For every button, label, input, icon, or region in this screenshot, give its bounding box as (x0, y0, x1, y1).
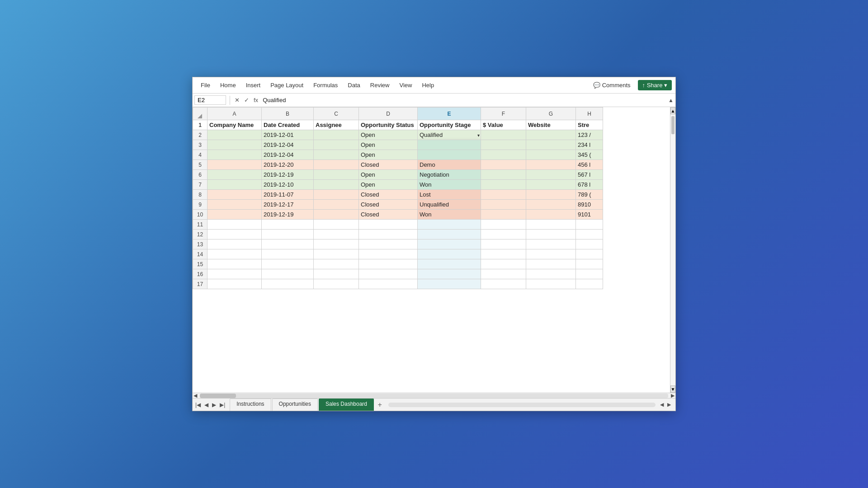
cell-3-2[interactable] (314, 140, 359, 150)
cell-14-4[interactable] (418, 249, 481, 259)
cell-4-4[interactable] (418, 150, 481, 160)
cell-4-7[interactable]: 345 ( (576, 150, 603, 160)
tab-nav-prev[interactable]: ◀ (203, 402, 209, 408)
cell-7-5[interactable] (481, 180, 526, 190)
cell-1-3[interactable]: Opportunity Status (359, 120, 418, 130)
cell-16-7[interactable] (576, 269, 603, 279)
cell-1-0[interactable]: Company Name (208, 120, 262, 130)
scrollbar-track[interactable] (670, 114, 675, 385)
menu-data[interactable]: Data (343, 80, 364, 90)
col-header-c[interactable]: C (314, 108, 359, 120)
cell-8-4[interactable]: Lost (418, 190, 481, 200)
cell-2-0[interactable] (208, 130, 262, 140)
cell-15-4[interactable] (418, 259, 481, 269)
cell-16-6[interactable] (526, 269, 576, 279)
cell-6-5[interactable] (481, 170, 526, 180)
cell-6-1[interactable]: 2019-12-19 (262, 170, 314, 180)
cell-13-5[interactable] (481, 239, 526, 249)
cell-17-2[interactable] (314, 279, 359, 289)
menu-file[interactable]: File (196, 80, 215, 90)
cell-8-6[interactable] (526, 190, 576, 200)
cell-14-1[interactable] (262, 249, 314, 259)
cell-3-3[interactable]: Open (359, 140, 418, 150)
bottom-nav-right[interactable]: ▶ (666, 401, 672, 408)
col-header-g[interactable]: G (526, 108, 576, 120)
cell-11-2[interactable] (314, 220, 359, 230)
cell-5-1[interactable]: 2019-12-20 (262, 160, 314, 170)
cell-6-2[interactable] (314, 170, 359, 180)
cell-13-1[interactable] (262, 239, 314, 249)
cell-10-3[interactable]: Closed (359, 210, 418, 220)
formula-input[interactable]: Qualified (261, 96, 666, 104)
cell-9-3[interactable]: Closed (359, 200, 418, 210)
cell-17-1[interactable] (262, 279, 314, 289)
cell-1-1[interactable]: Date Created (262, 120, 314, 130)
menu-help[interactable]: Help (417, 80, 439, 90)
cell-11-7[interactable] (576, 220, 603, 230)
cell-2-4[interactable]: Qualified▾QualifiedFollow-UpDemoNegotiat… (418, 130, 481, 140)
cell-15-0[interactable] (208, 259, 262, 269)
cell-10-1[interactable]: 2019-12-19 (262, 210, 314, 220)
cell-reference-input[interactable] (194, 95, 226, 105)
cell-16-3[interactable] (359, 269, 418, 279)
cell-11-3[interactable] (359, 220, 418, 230)
cell-9-4[interactable]: Unqualified (418, 200, 481, 210)
confirm-formula-icon[interactable]: ✓ (243, 96, 250, 104)
cell-3-4[interactable] (418, 140, 481, 150)
cell-11-4[interactable] (418, 220, 481, 230)
tab-scrollbar-track[interactable] (388, 403, 656, 407)
cell-8-2[interactable] (314, 190, 359, 200)
cell-3-5[interactable] (481, 140, 526, 150)
cell-12-1[interactable] (262, 230, 314, 239)
cell-12-2[interactable] (314, 230, 359, 239)
tab-add-button[interactable]: + (375, 399, 385, 411)
cell-4-3[interactable]: Open (359, 150, 418, 160)
cell-2-2[interactable] (314, 130, 359, 140)
cell-16-2[interactable] (314, 269, 359, 279)
cell-15-7[interactable] (576, 259, 603, 269)
cell-12-0[interactable] (208, 230, 262, 239)
cell-1-6[interactable]: Website (526, 120, 576, 130)
cell-5-0[interactable] (208, 160, 262, 170)
cell-7-6[interactable] (526, 180, 576, 190)
cell-1-4[interactable]: Opportunity Stage (418, 120, 481, 130)
cell-13-3[interactable] (359, 239, 418, 249)
cell-10-2[interactable] (314, 210, 359, 220)
tab-nav-next[interactable]: ▶ (211, 402, 217, 408)
cell-14-5[interactable] (481, 249, 526, 259)
cell-17-5[interactable] (481, 279, 526, 289)
cell-9-1[interactable]: 2019-12-17 (262, 200, 314, 210)
cell-8-0[interactable] (208, 190, 262, 200)
col-header-a[interactable]: A (208, 108, 262, 120)
scroll-up-btn[interactable]: ▲ (670, 107, 675, 114)
cell-4-0[interactable] (208, 150, 262, 160)
menu-home[interactable]: Home (216, 80, 241, 90)
cell-1-2[interactable]: Assignee (314, 120, 359, 130)
cell-2-1[interactable]: 2019-12-01 (262, 130, 314, 140)
cell-13-2[interactable] (314, 239, 359, 249)
cell-12-7[interactable] (576, 230, 603, 239)
col-header-d[interactable]: D (359, 108, 418, 120)
cell-8-1[interactable]: 2019-11-07 (262, 190, 314, 200)
cell-13-0[interactable] (208, 239, 262, 249)
tab-nav-first[interactable]: |◀ (194, 402, 202, 408)
hscroll-thumb[interactable] (200, 394, 236, 398)
cell-15-5[interactable] (481, 259, 526, 269)
cell-17-4[interactable] (418, 279, 481, 289)
cell-5-2[interactable] (314, 160, 359, 170)
cell-16-4[interactable] (418, 269, 481, 279)
cell-9-7[interactable]: 8910 (576, 200, 603, 210)
menu-formulas[interactable]: Formulas (309, 80, 342, 90)
cell-8-3[interactable]: Closed (359, 190, 418, 200)
cell-1-5[interactable]: $ Value (481, 120, 526, 130)
col-header-e[interactable]: E (418, 108, 481, 120)
cell-16-0[interactable] (208, 269, 262, 279)
cell-17-7[interactable] (576, 279, 603, 289)
col-header-f[interactable]: F (481, 108, 526, 120)
tab-instructions[interactable]: Instructions (230, 399, 271, 411)
cell-9-0[interactable] (208, 200, 262, 210)
scroll-down-btn[interactable]: ▼ (670, 385, 675, 393)
cell-6-4[interactable]: Negotiation (418, 170, 481, 180)
cell-3-0[interactable] (208, 140, 262, 150)
tab-opportunities[interactable]: Opportunities (272, 399, 318, 411)
